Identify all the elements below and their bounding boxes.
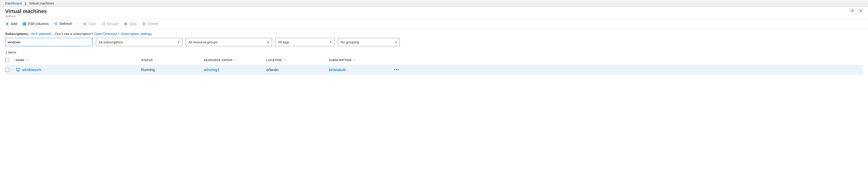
breadcrumb: Dashboard ❯ Virtual machines (0, 0, 868, 7)
col-status[interactable]: STATUS (141, 58, 204, 61)
refresh-button[interactable]: Refresh (54, 22, 72, 26)
svg-rect-10 (125, 22, 127, 25)
svg-rect-12 (17, 69, 20, 70)
sort-icon (283, 58, 286, 61)
restart-icon (101, 22, 105, 26)
row-checkbox[interactable] (5, 68, 9, 72)
subscriptions-label: Subscriptions: (5, 32, 29, 36)
chevron-right-icon: ❯ (24, 2, 27, 5)
row-more-button[interactable]: ••• (394, 68, 404, 72)
svg-rect-13 (18, 71, 19, 71)
delete-label: Delete (148, 22, 158, 26)
resource-group-select-value: All resource groups (188, 40, 218, 44)
restart-button[interactable]: Restart (101, 22, 119, 26)
svg-rect-6 (23, 25, 24, 25)
table-header-row: NAME STATUS RESOURCE GROUP LOCATION SUBS… (5, 55, 863, 65)
refresh-icon (54, 22, 58, 26)
subscription-select[interactable]: All subscriptions ▾ (96, 38, 182, 46)
resource-group-link[interactable]: winvmrg1 (204, 68, 219, 72)
sort-icon (353, 58, 356, 61)
breadcrumb-root-link[interactable]: Dashboard (5, 1, 22, 5)
columns-icon (23, 22, 26, 26)
start-label: Start (88, 22, 96, 26)
svg-rect-8 (24, 24, 26, 24)
toolbar: Add Edit columns Refresh Start Restart S… (0, 19, 868, 29)
play-icon (83, 22, 87, 26)
table-row[interactable]: windowsvm Running winvmrg1 orlando kirta… (5, 65, 863, 75)
vm-name-link[interactable]: windowsvm (23, 68, 41, 72)
col-location[interactable]: LOCATION (266, 58, 329, 61)
edit-columns-label: Edit columns (28, 22, 49, 26)
subscriptions-selected-link[interactable]: All 5 selected (31, 32, 51, 36)
delete-button[interactable]: Delete (142, 22, 158, 26)
start-button[interactable]: Start (83, 22, 96, 26)
tag-select-value: All tags (278, 40, 289, 44)
sort-icon (234, 58, 237, 61)
stop-label: Stop (129, 22, 137, 26)
chevron-down-icon: ▾ (330, 40, 332, 44)
tag-select[interactable]: All tags ▾ (275, 38, 335, 46)
col-resource-group[interactable]: RESOURCE GROUP (204, 58, 266, 61)
add-label: Add (11, 22, 17, 26)
edit-columns-button[interactable]: Edit columns (23, 22, 49, 26)
chevron-down-icon: ▾ (267, 40, 269, 44)
breadcrumb-current: Virtual machines (29, 1, 54, 5)
vm-table: NAME STATUS RESOURCE GROUP LOCATION SUBS… (0, 55, 868, 80)
plus-icon (5, 22, 9, 26)
svg-rect-5 (23, 24, 24, 24)
page-title: Virtual machines (5, 8, 47, 15)
filter-row: All subscriptions ▾ All resource groups … (0, 38, 868, 49)
svg-rect-4 (23, 22, 24, 23)
pin-icon[interactable] (850, 9, 854, 13)
close-icon[interactable] (859, 9, 863, 13)
select-all-checkbox[interactable] (5, 58, 9, 62)
directory-settings-link[interactable]: Open Directory + Subscription settings (94, 32, 152, 36)
search-input[interactable] (5, 38, 93, 46)
svg-rect-7 (24, 22, 26, 23)
sort-icon (26, 58, 29, 61)
col-name[interactable]: NAME (16, 58, 141, 61)
svg-rect-14 (17, 71, 19, 72)
restart-label: Restart (107, 22, 119, 26)
stop-button[interactable]: Stop (124, 22, 137, 26)
refresh-label: Refresh (59, 22, 72, 26)
vm-status: Running (141, 68, 204, 72)
svg-rect-9 (24, 25, 26, 25)
page-subtitle: Selfhost (5, 15, 47, 18)
stop-icon (124, 22, 128, 26)
subscription-select-value: All subscriptions (99, 40, 123, 44)
chevron-down-icon: ▾ (178, 40, 180, 44)
item-count: 1 items (0, 49, 868, 55)
subscriptions-helper-text: – Don't see a subscription? (52, 32, 93, 36)
subscriptions-line: Subscriptions: All 5 selected – Don't se… (0, 29, 868, 38)
subscription-link[interactable]: kirtanasub (329, 68, 346, 72)
chevron-down-icon: ▾ (395, 40, 397, 44)
trash-icon (142, 22, 146, 26)
grouping-select-value: No grouping (341, 40, 359, 44)
grouping-select[interactable]: No grouping ▾ (338, 38, 400, 46)
vm-location: orlando (266, 68, 329, 72)
col-subscription[interactable]: SUBSCRIPTION (329, 58, 394, 61)
blade-header: Virtual machines Selfhost (0, 7, 868, 19)
vm-icon (16, 67, 20, 72)
resource-group-select[interactable]: All resource groups ▾ (186, 38, 272, 46)
add-button[interactable]: Add (5, 22, 17, 26)
